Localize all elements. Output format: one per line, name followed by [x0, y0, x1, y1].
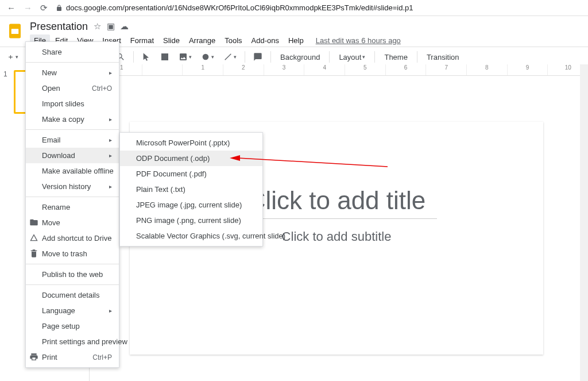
image-button[interactable]: ▾ — [175, 49, 195, 64]
select-tool-button[interactable] — [138, 49, 154, 64]
shape-button[interactable]: ▾ — [198, 49, 218, 64]
menu-item-language[interactable]: Language▸ — [26, 303, 119, 318]
menu-item-move[interactable]: Move — [26, 215, 119, 230]
chevron-right-icon: ▸ — [109, 70, 112, 76]
lock-icon — [56, 5, 63, 11]
menu-item-rename[interactable]: Rename — [26, 199, 119, 215]
menu-item-new[interactable]: New▸ — [26, 65, 119, 80]
chevron-right-icon: ▸ — [109, 307, 112, 314]
svg-point-2 — [203, 54, 209, 60]
last-edit-link[interactable]: Last edit was 6 hours ago — [316, 34, 401, 47]
menu-item-download[interactable]: Download▸ — [26, 148, 119, 163]
textbox-button[interactable] — [157, 49, 173, 64]
drive-shortcut-icon — [29, 233, 38, 243]
menu-item-import-slides[interactable]: Import slides — [26, 96, 119, 111]
address-bar[interactable]: docs.google.com/presentation/d/16Ndse8WK… — [56, 3, 413, 12]
menu-item-publish[interactable]: Publish to the web — [26, 267, 119, 282]
document-title[interactable]: Presentation — [30, 21, 88, 33]
menu-item-page-setup[interactable]: Page setup — [26, 318, 119, 334]
download-pptx[interactable]: Microsoft PowerPoint (.pptx) — [120, 135, 262, 151]
back-button[interactable]: ← — [7, 3, 16, 13]
menu-item-make-a-copy[interactable]: Make a copy▸ — [26, 111, 119, 127]
folder-move-icon — [29, 218, 38, 227]
star-icon[interactable]: ☆ — [94, 21, 101, 31]
move-folder-icon[interactable]: ▣ — [107, 21, 115, 31]
menu-item-open[interactable]: OpenCtrl+O — [26, 80, 119, 96]
file-menu-dropdown: Share New▸ OpenCtrl+O Import slides Make… — [25, 41, 119, 368]
menu-item-share[interactable]: Share — [26, 44, 119, 60]
annotation-arrow — [230, 155, 390, 172]
menu-item-add-shortcut[interactable]: Add shortcut to Drive — [26, 230, 119, 246]
trash-icon — [29, 249, 38, 258]
chevron-right-icon: ▸ — [109, 152, 112, 159]
download-jpeg[interactable]: JPEG image (.jpg, current slide) — [120, 197, 262, 213]
menu-format[interactable]: Format — [126, 34, 158, 47]
svg-rect-1 — [11, 29, 19, 34]
download-svg[interactable]: Scalable Vector Graphics (.svg, current … — [120, 228, 262, 244]
slide-subtitle-placeholder[interactable]: Click to add subtitle — [282, 229, 392, 244]
menu-arrange[interactable]: Arrange — [185, 34, 219, 47]
new-slide-button[interactable]: ＋▾ — [3, 49, 22, 64]
download-png[interactable]: PNG image (.png, current slide) — [120, 213, 262, 228]
chevron-right-icon: ▸ — [109, 137, 112, 143]
menu-item-print[interactable]: PrintCtrl+P — [26, 349, 119, 365]
line-button[interactable]: ▾ — [220, 49, 240, 64]
menu-item-doc-details[interactable]: Document details — [26, 287, 119, 303]
menu-item-version-history[interactable]: Version history▸ — [26, 179, 119, 194]
slide-title-placeholder[interactable]: Click to add title — [236, 186, 438, 219]
chevron-right-icon: ▸ — [109, 183, 112, 190]
svg-marker-4 — [230, 155, 240, 161]
reload-button[interactable]: ⟳ — [40, 3, 48, 13]
menu-item-print-settings[interactable]: Print settings and preview — [26, 334, 119, 349]
menu-help[interactable]: Help — [284, 34, 308, 47]
menu-item-email[interactable]: Email▸ — [26, 132, 119, 148]
horizontal-ruler: 1 12 34 56 78 910 — [101, 64, 588, 76]
menu-item-offline[interactable]: Make available offline — [26, 163, 119, 179]
menu-item-trash[interactable]: Move to trash — [26, 246, 119, 261]
vertical-scrollbar[interactable] — [580, 64, 588, 381]
download-txt[interactable]: Plain Text (.txt) — [120, 182, 262, 197]
print-icon — [29, 352, 38, 361]
menu-slide[interactable]: Slide — [159, 34, 184, 47]
forward-button[interactable]: → — [24, 3, 32, 13]
cloud-status-icon: ☁ — [120, 21, 129, 31]
chevron-right-icon: ▸ — [109, 116, 112, 122]
menu-tools[interactable]: Tools — [220, 34, 246, 47]
transition-button[interactable]: Transition — [422, 49, 464, 64]
theme-button[interactable]: Theme — [380, 49, 412, 64]
menu-addons[interactable]: Add-ons — [247, 34, 283, 47]
browser-bar: ← → ⟳ docs.google.com/presentation/d/16N… — [0, 0, 588, 16]
comment-button[interactable] — [250, 49, 266, 64]
background-button[interactable]: Background — [276, 49, 324, 64]
layout-button[interactable]: Layout▾ — [334, 49, 370, 64]
slides-logo-icon[interactable] — [5, 21, 25, 41]
svg-line-3 — [238, 158, 388, 167]
download-submenu: Microsoft PowerPoint (.pptx) ODP Documen… — [119, 132, 263, 247]
thumbnail-number: 1 — [3, 70, 10, 114]
url-text: docs.google.com/presentation/d/16Ndse8WK… — [66, 3, 413, 12]
